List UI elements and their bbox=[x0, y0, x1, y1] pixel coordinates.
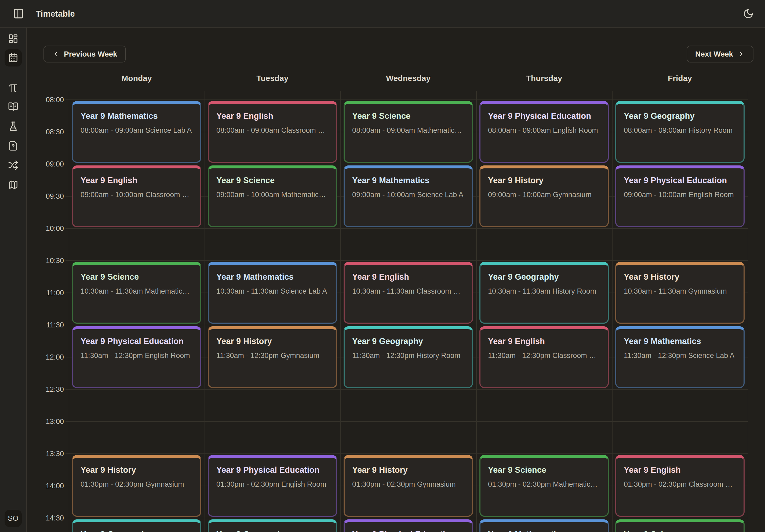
event-card[interactable]: Year 9 Geography11:30am - 12:30pm Histor… bbox=[344, 326, 473, 388]
event-title: Year 9 English bbox=[352, 272, 464, 282]
event-card[interactable]: Year 9 Science08:00am - 09:00am Mathemat… bbox=[344, 101, 473, 163]
event-detail: 08:00am - 09:00am Science Lab A bbox=[81, 126, 193, 134]
event-title: Year 9 Science bbox=[624, 529, 736, 532]
grid-row-line bbox=[66, 325, 748, 325]
event-detail: 09:00am - 10:00am Science Lab A bbox=[352, 190, 464, 199]
event-detail: 10:30am - 11:30am Classroom 101 bbox=[352, 287, 464, 296]
time-label: 13:30 bbox=[26, 449, 64, 458]
next-week-button[interactable]: Next Week bbox=[687, 46, 753, 63]
event-card[interactable]: Year 9 Science01:30pm - 02:30pm Mathemat… bbox=[479, 455, 609, 517]
event-detail: 10:30am - 11:30am Gymnasium bbox=[624, 287, 736, 296]
event-card[interactable]: Year 9 Physical Education bbox=[344, 519, 473, 532]
event-detail: 11:30am - 12:30pm Science Lab A bbox=[624, 351, 736, 360]
event-detail: 09:00am - 10:00am Mathematics Room bbox=[216, 190, 329, 199]
event-card[interactable]: Year 9 English11:30am - 12:30pm Classroo… bbox=[479, 326, 609, 388]
event-detail: 01:30pm - 02:30pm Mathematics Room bbox=[488, 480, 600, 489]
event-card[interactable]: Year 9 English10:30am - 11:30am Classroo… bbox=[344, 262, 473, 324]
time-label: 12:00 bbox=[26, 353, 64, 362]
theme-toggle-button[interactable] bbox=[742, 7, 755, 20]
sidebar-item-timetable[interactable] bbox=[5, 49, 22, 67]
event-card[interactable]: Year 9 Mathematics bbox=[479, 519, 609, 532]
previous-week-button[interactable]: Previous Week bbox=[44, 46, 126, 63]
event-card[interactable]: Year 9 History11:30am - 12:30pm Gymnasiu… bbox=[208, 326, 337, 388]
event-card[interactable]: Year 9 Science09:00am - 10:00am Mathemat… bbox=[208, 165, 337, 227]
event-card[interactable]: Year 9 Physical Education01:30pm - 02:30… bbox=[208, 455, 337, 517]
event-card[interactable]: Year 9 Mathematics08:00am - 09:00am Scie… bbox=[72, 101, 201, 163]
event-card[interactable]: Year 9 History10:30am - 11:30am Gymnasiu… bbox=[615, 262, 745, 324]
time-label: 14:00 bbox=[26, 481, 64, 490]
event-detail: 01:30pm - 02:30pm Gymnasium bbox=[352, 480, 464, 489]
time-label: 08:30 bbox=[26, 128, 64, 136]
event-card[interactable]: Year 9 Science10:30am - 11:30am Mathemat… bbox=[72, 262, 201, 324]
event-title: Year 9 Physical Education bbox=[81, 336, 193, 347]
sidebar-item-dashboard[interactable] bbox=[5, 30, 22, 47]
flask-icon bbox=[8, 121, 18, 132]
avatar[interactable]: SO bbox=[5, 510, 22, 527]
event-detail: 09:00am - 10:00am Gymnasium bbox=[488, 190, 600, 199]
event-card[interactable]: Year 9 Mathematics10:30am - 11:30am Scie… bbox=[208, 262, 337, 324]
sidebar-item-shuffle[interactable] bbox=[5, 156, 22, 174]
grid-row-line bbox=[66, 518, 748, 518]
event-title: Year 9 English bbox=[81, 175, 193, 185]
event-title: Year 9 Science bbox=[352, 111, 464, 121]
event-title: Year 9 Physical Education bbox=[488, 111, 600, 121]
sidebar-item-quiz[interactable] bbox=[5, 137, 22, 154]
event-title: Year 9 Geography bbox=[352, 336, 464, 347]
event-detail: 01:30pm - 02:30pm English Room bbox=[216, 480, 329, 489]
event-title: Year 9 Mathematics bbox=[488, 529, 600, 532]
event-card[interactable]: Year 9 English01:30pm - 02:30pm Classroo… bbox=[615, 455, 745, 517]
grid-column-line bbox=[69, 91, 69, 532]
time-label: 08:00 bbox=[26, 95, 64, 104]
day-header-wednesday: Wednesday bbox=[341, 72, 476, 85]
event-detail: 10:30am - 11:30am Mathematics Room bbox=[81, 287, 193, 296]
sidebar-item-science[interactable] bbox=[5, 118, 22, 135]
event-card[interactable]: Year 9 History01:30pm - 02:30pm Gymnasiu… bbox=[72, 455, 201, 517]
event-title: Year 9 History bbox=[216, 336, 329, 347]
calendar-icon bbox=[8, 53, 18, 63]
event-detail: 08:00am - 09:00am History Room bbox=[624, 126, 736, 134]
event-card[interactable]: Year 9 Geography bbox=[208, 519, 337, 532]
event-card[interactable]: Year 9 English08:00am - 09:00am Classroo… bbox=[208, 101, 337, 163]
sidebar-toggle-button[interactable] bbox=[12, 7, 25, 20]
event-card[interactable]: Year 9 Geography bbox=[72, 519, 201, 532]
moon-icon bbox=[743, 8, 754, 19]
event-card[interactable]: Year 9 Science bbox=[615, 519, 745, 532]
file-question-icon bbox=[8, 141, 18, 151]
day-header-thursday: Thursday bbox=[476, 72, 612, 85]
event-detail: 01:30pm - 02:30pm Gymnasium bbox=[81, 480, 193, 489]
previous-week-label: Previous Week bbox=[64, 50, 117, 59]
chevron-right-icon bbox=[737, 50, 745, 58]
event-card[interactable]: Year 9 Physical Education09:00am - 10:00… bbox=[615, 165, 745, 227]
panel-left-icon bbox=[13, 8, 24, 19]
event-card[interactable]: Year 9 English09:00am - 10:00am Classroo… bbox=[72, 165, 201, 227]
page-title: Timetable bbox=[36, 0, 75, 28]
event-card[interactable]: Year 9 History01:30pm - 02:30pm Gymnasiu… bbox=[344, 455, 473, 517]
event-card[interactable]: Year 9 Geography10:30am - 11:30am Histor… bbox=[479, 262, 609, 324]
grid-column-line bbox=[205, 91, 205, 532]
time-label: 13:00 bbox=[26, 417, 64, 426]
grid-row-line bbox=[66, 421, 748, 422]
event-title: Year 9 Geography bbox=[488, 272, 600, 282]
sidebar-item-reading[interactable] bbox=[5, 98, 22, 115]
sidebar-item-maths[interactable] bbox=[5, 80, 22, 97]
sidebar: SO bbox=[0, 28, 27, 532]
day-header-tuesday: Tuesday bbox=[205, 72, 341, 85]
sidebar-item-map[interactable] bbox=[5, 176, 22, 193]
app-header: Timetable bbox=[0, 0, 765, 28]
event-title: Year 9 Mathematics bbox=[81, 111, 193, 121]
event-title: Year 9 English bbox=[488, 336, 600, 347]
map-icon bbox=[8, 180, 18, 190]
event-title: Year 9 Science bbox=[216, 175, 329, 185]
event-card[interactable]: Year 9 Physical Education11:30am - 12:30… bbox=[72, 326, 201, 388]
event-title: Year 9 Geography bbox=[624, 111, 736, 121]
event-card[interactable]: Year 9 Mathematics11:30am - 12:30pm Scie… bbox=[615, 326, 745, 388]
event-card[interactable]: Year 9 History09:00am - 10:00am Gymnasiu… bbox=[479, 165, 609, 227]
shuffle-icon bbox=[8, 160, 18, 170]
event-card[interactable]: Year 9 Mathematics09:00am - 10:00am Scie… bbox=[344, 165, 473, 227]
grid-column-line bbox=[612, 91, 612, 532]
event-detail: 11:30am - 12:30pm History Room bbox=[352, 351, 464, 360]
event-card[interactable]: Year 9 Geography08:00am - 09:00am Histor… bbox=[615, 101, 745, 163]
event-card[interactable]: Year 9 Physical Education08:00am - 09:00… bbox=[479, 101, 609, 163]
event-detail: 08:00am - 09:00am Mathematics Room bbox=[352, 126, 464, 134]
event-title: Year 9 History bbox=[352, 465, 464, 475]
